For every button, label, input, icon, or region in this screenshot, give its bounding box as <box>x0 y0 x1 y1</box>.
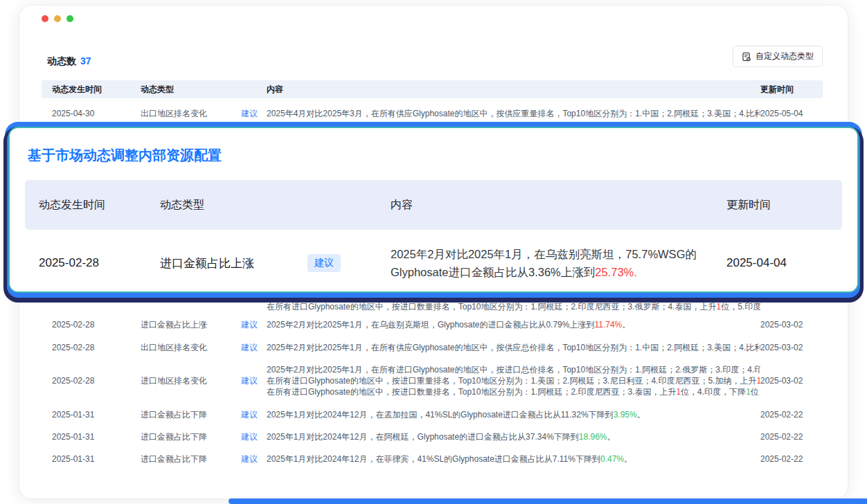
overlay-column-updated: 更新时间 <box>726 198 819 213</box>
table-row: 2025-02-28 进口金额占比上涨 建议 2025年2月对比2025年1月，… <box>42 314 823 335</box>
customize-dynamic-type-label: 自定义动态类型 <box>756 51 814 62</box>
document-gear-icon <box>742 52 751 62</box>
table-row: 2025-04-30 出口地区排名变化 建议 2025年4月对比2025年3月，… <box>42 103 823 124</box>
row-content: 在所有进口Glyphosate的地区中，按进口数量排名，Top10地区分别为：1… <box>267 292 760 312</box>
row-content: 2025年2月对比2025年1月，在乌兹别克斯坦，Glyphosate的进口金额… <box>267 319 760 330</box>
minimize-window-icon[interactable] <box>54 15 61 22</box>
maximize-window-icon[interactable] <box>66 15 73 22</box>
dynamics-count-label: 动态数 <box>47 55 76 66</box>
row-content: 2025年1月对比2024年12月，在阿根廷，Glyphosate的进口金额占比… <box>267 431 760 442</box>
table-row: 2025-01-31 进口金额占比下降 建议 2025年1月对比2024年12月… <box>42 449 823 469</box>
overlay-column-type: 动态类型 <box>160 198 391 213</box>
row-updated: 2025-02-22 <box>760 432 823 442</box>
close-window-icon[interactable] <box>42 15 48 22</box>
overlay-table-header: 动态发生时间 动态类型 内容 更新时间 <box>25 180 842 230</box>
row-type: 出口地区排名变化 <box>141 108 241 120</box>
overlay-column-content: 内容 <box>391 196 726 214</box>
row-type: 进口地区排名变化 <box>141 375 241 387</box>
dynamics-count: 动态数37 <box>47 55 91 68</box>
suggestion-link[interactable]: 建议 <box>241 376 258 386</box>
dynamics-count-value: 37 <box>80 55 91 66</box>
suggestion-link[interactable]: 建议 <box>241 109 258 118</box>
row-updated: 2025-02-22 <box>760 410 823 420</box>
window-controls <box>42 15 73 22</box>
highlighted-row-card: 基于市场动态调整内部资源配置 动态发生时间 动态类型 内容 更新时间 2025-… <box>8 127 859 293</box>
table-row: 2025-02-28 出口地区排名变化 建议 2025年2月对比2025年1月，… <box>42 337 823 358</box>
bottom-accent-bar <box>229 498 867 504</box>
column-header-date: 动态发生时间 <box>42 84 141 96</box>
suggestion-link[interactable]: 建议 <box>241 432 258 442</box>
row-date: 2025-04-30 <box>42 109 141 118</box>
row-type: 进口金额占比下降 <box>141 453 241 465</box>
row-content: 2025年4月对比2025年3月，在所有供应Glyphosate的地区中，按供应… <box>267 108 760 119</box>
table-row: 2025-02-28 进口地区排名变化 建议 2025年2月对比2025年1月，… <box>42 360 823 402</box>
column-header-content: 内容 <box>267 84 760 96</box>
row-date: 2025-02-28 <box>42 320 141 330</box>
overlay-row-type: 进口金额占比上涨 <box>160 255 307 271</box>
suggestion-link[interactable]: 建议 <box>241 320 258 330</box>
overlay-column-date: 动态发生时间 <box>25 198 160 213</box>
row-type: 进口地区排名变化 <box>141 292 241 304</box>
row-updated: 2025-03-04 <box>760 292 823 302</box>
row-updated: 2025-03-02 <box>760 320 823 330</box>
overlay-row-date: 2025-02-28 <box>25 256 160 270</box>
column-header-updated: 更新时间 <box>760 84 823 96</box>
row-date: 2025-01-31 <box>42 454 141 464</box>
row-content: 2025年1月对比2024年12月，在菲律宾，41%SL的Glyphosate进… <box>267 453 760 465</box>
row-updated: 2025-05-04 <box>760 109 823 118</box>
table-row: 2025-01-31 进口金额占比下降 建议 2025年1月对比2024年12月… <box>42 426 823 447</box>
row-date: 2025-02-28 <box>42 343 141 352</box>
suggestion-link[interactable]: 建议 <box>241 454 258 464</box>
suggestion-link[interactable]: 建议 <box>241 343 258 352</box>
row-content: 2025年2月对比2025年1月，在所有进口Glyphosate的地区中，按进口… <box>267 364 760 397</box>
overlay-title: 基于市场动态调整内部资源配置 <box>28 146 842 165</box>
row-date: 2025-01-31 <box>42 432 141 442</box>
row-content: 2025年1月对比2024年12月，在孟加拉国，41%SL的Glyphosate… <box>267 409 760 420</box>
row-updated: 2025-02-22 <box>760 454 823 464</box>
overlay-row-content: 2025年2月对比2025年1月，在乌兹别亮斯坦，75.7%WSG的Glypho… <box>391 245 726 281</box>
row-type: 出口地区排名变化 <box>141 342 241 354</box>
row-updated: 2025-03-02 <box>760 376 823 386</box>
overlay-row-updated: 2025-04-04 <box>726 256 819 270</box>
row-type: 进口金额占比下降 <box>141 431 241 443</box>
row-type: 进口金额占比下降 <box>141 409 241 421</box>
table-row: 2025-01-31 进口金额占比下降 建议 2025年1月对比2024年12月… <box>42 404 823 425</box>
overlay-suggestion-badge[interactable]: 建议 <box>307 254 341 272</box>
suggestion-link[interactable]: 建议 <box>241 410 258 420</box>
row-date: 2025-02-28 <box>42 376 141 386</box>
suggestion-link[interactable]: 建议 <box>241 293 258 303</box>
row-updated: 2025-03-02 <box>760 343 823 352</box>
row-date: 2025-01-31 <box>42 410 141 420</box>
overlay-table: 动态发生时间 动态类型 内容 更新时间 2025-02-28 进口金额占比上涨 … <box>25 180 842 292</box>
overlay-row: 2025-02-28 进口金额占比上涨 建议 2025年2月对比2025年1月，… <box>25 234 842 292</box>
row-date: 2025-02-28 <box>42 292 141 302</box>
column-header-type: 动态类型 <box>141 84 267 96</box>
customize-dynamic-type-button[interactable]: 自定义动态类型 <box>733 46 823 67</box>
row-type: 进口金额占比上涨 <box>141 319 241 331</box>
row-content: 2025年2月对比2025年1月，在所有供应Glyphosate的地区中，按供应… <box>267 342 760 353</box>
table-header: 动态发生时间 动态类型 内容 更新时间 <box>42 80 823 98</box>
